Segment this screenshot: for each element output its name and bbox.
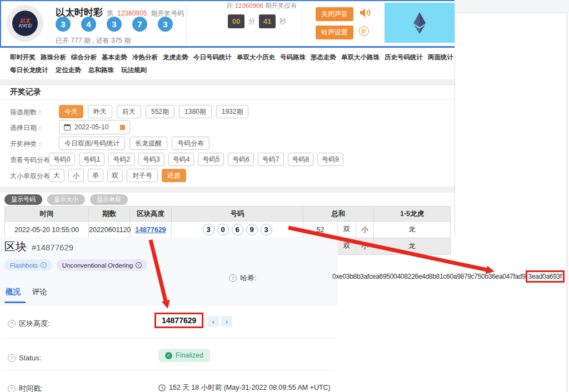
cell-sum: 52 [303, 222, 338, 238]
explorer-panel-border [567, 12, 567, 392]
unconventional-ordering-tag[interactable]: Unconventional Ordering i [57, 259, 147, 271]
close-sound-button[interactable]: 关闭声音 [316, 7, 353, 21]
filter-even-button[interactable]: 双 [107, 169, 123, 182]
draw-ball: 3 [56, 17, 71, 32]
nav-item[interactable]: 龙虎走势 [163, 53, 188, 62]
show-oddeven-tab[interactable]: 显示单双 [90, 194, 128, 205]
nav-item[interactable]: 即时开奖 [10, 53, 36, 62]
nav-item[interactable]: 两面统计 [428, 53, 453, 62]
nav-item[interactable]: 号码路珠 [280, 53, 306, 62]
filter-1380-button[interactable]: 1380期 [179, 105, 212, 118]
check-icon: ✓ [165, 352, 172, 359]
block-height-link[interactable]: 14877629 [135, 226, 166, 234]
cell-dragon: 龙 [374, 222, 451, 238]
countdown-seconds: 41 [259, 14, 276, 28]
nav-item[interactable]: 玩法规则 [121, 66, 147, 74]
draw-ball: 7 [132, 17, 147, 32]
clock-icon [158, 384, 166, 391]
filter-kind-button[interactable]: 长龙提醒 [129, 137, 167, 150]
nav-item[interactable]: 形态走势 [311, 53, 336, 62]
filter-kind-button[interactable]: 今日双面/号码统计 [59, 137, 125, 150]
filter-reset-button[interactable]: 还原 [162, 169, 186, 182]
cell-size: 小 [356, 222, 374, 238]
show-numbers-tab[interactable]: 显示号码 [4, 194, 42, 205]
nav-item[interactable]: 路珠分析 [41, 53, 66, 62]
header-divider [302, 4, 302, 44]
table-row: 2022-05-20 10:55:00 20220601120 14877629… [5, 222, 451, 238]
timestamp-value: 152 天 18 小时前 (May-31-2022 08:09:55 AM +U… [169, 383, 331, 392]
number-dist-button[interactable]: 号码1 [79, 153, 105, 166]
ring-settings-button[interactable]: 铃声设置 [316, 26, 353, 39]
nav-item[interactable]: 冷热分析 [132, 53, 158, 62]
show-size-tab[interactable]: 显示大小 [47, 194, 85, 205]
block-height-value: 14877629 [154, 313, 203, 328]
help-icon[interactable]: ? [229, 274, 237, 282]
countdown-suffix: 期开奖仅有 [265, 2, 297, 9]
speaker-icon[interactable] [360, 8, 371, 20]
cell-parity: 双 [338, 238, 356, 255]
help-icon[interactable]: ? [8, 320, 16, 328]
explorer-top-strip [455, 0, 569, 12]
number-dist-button[interactable]: 号码3 [138, 153, 164, 166]
records-section-title: 开奖记录 [10, 87, 41, 97]
nav-item[interactable]: 单双大小路珠 [341, 53, 380, 62]
result-balls: 3 0 6 9 3 [172, 224, 303, 235]
cell-time: 2022-05-20 10:55:00 [5, 222, 89, 238]
filter-small-button[interactable]: 小 [68, 169, 84, 182]
default-ring-icon[interactable]: 默 [359, 26, 369, 36]
status-label: ? Status: [8, 354, 41, 362]
display-mode-tabs: 显示号码 显示大小 显示单双 [4, 194, 128, 205]
nav-item[interactable]: 定位走势 [56, 66, 81, 74]
section-separator [0, 79, 455, 86]
number-dist-button[interactable]: 号码0 [49, 153, 75, 166]
nav-item[interactable]: 今日号码统计 [193, 53, 232, 62]
filter-552-button[interactable]: 552期 [146, 105, 174, 118]
tab-overview[interactable]: 概况 [6, 287, 21, 297]
countdown-caption: 距 12360906 期开奖仅有 [227, 2, 297, 10]
nav-item[interactable]: 综合分析 [71, 53, 97, 62]
draw-progress: 已开 777 期 , 还有 375 期 [56, 36, 131, 46]
nav-item[interactable]: 总和路珠 [88, 66, 114, 74]
ethereum-banner [385, 3, 455, 43]
explorer-panel-border [455, 12, 455, 236]
tab-comments[interactable]: 评论 [32, 287, 47, 297]
date-picker-input[interactable]: 2022-05-10 [59, 120, 130, 134]
filter-1932-button[interactable]: 1932期 [216, 105, 249, 118]
draw-balls: 3 4 3 7 3 [56, 17, 173, 32]
block-title-number: #14877629 [32, 243, 73, 252]
filter-date-row: 选择日期： [10, 120, 43, 135]
hash-label: ? 哈希: [229, 273, 257, 283]
number-dist-button[interactable]: 号码6 [228, 153, 254, 166]
flashbots-tag[interactable]: Flashbots i [4, 259, 52, 271]
previous-block-button[interactable]: ‹ [208, 316, 219, 327]
number-dist-button[interactable]: 号码5 [198, 153, 224, 166]
filter-kind-button[interactable]: 号码分布 [172, 137, 209, 150]
number-dist-button[interactable]: 号码4 [168, 153, 194, 166]
nav-item[interactable]: 基本走势 [102, 53, 127, 62]
filter-big-button[interactable]: 大 [49, 169, 64, 182]
section-separator [0, 187, 455, 193]
filter-pair-button[interactable]: 对子号 [127, 169, 158, 182]
help-icon[interactable]: ? [8, 385, 16, 392]
filter-yesterday-button[interactable]: 昨天 [88, 105, 112, 118]
col-block-height: 区块高度 [130, 207, 172, 222]
filter-odd-button[interactable]: 单 [88, 169, 103, 182]
number-dist-button[interactable]: 号码2 [108, 153, 134, 166]
filter-daybefore-button[interactable]: 前天 [117, 105, 141, 118]
row-divider [4, 370, 333, 370]
result-ball: 0 [217, 224, 229, 235]
number-dist-button[interactable]: 号码8 [288, 153, 314, 166]
nav-item[interactable]: 每日长龙统计 [10, 66, 48, 74]
result-ball: 3 [203, 224, 214, 235]
filter-today-button[interactable]: 今天 [59, 105, 83, 118]
nav-item[interactable]: 单双大小历史 [237, 53, 275, 62]
next-issue-number: 12360906 [235, 2, 263, 9]
next-block-button[interactable]: › [221, 316, 232, 327]
result-ball: 9 [246, 224, 258, 235]
number-dist-button[interactable]: 号码7 [258, 153, 284, 166]
block-height-label: ? 区块高度: [8, 319, 50, 329]
filter-kind-row: 开奖种类： [10, 137, 43, 151]
help-icon[interactable]: ? [8, 354, 16, 362]
number-dist-button[interactable]: 号码9 [317, 153, 343, 166]
nav-item[interactable]: 历史号码统计 [385, 53, 423, 62]
